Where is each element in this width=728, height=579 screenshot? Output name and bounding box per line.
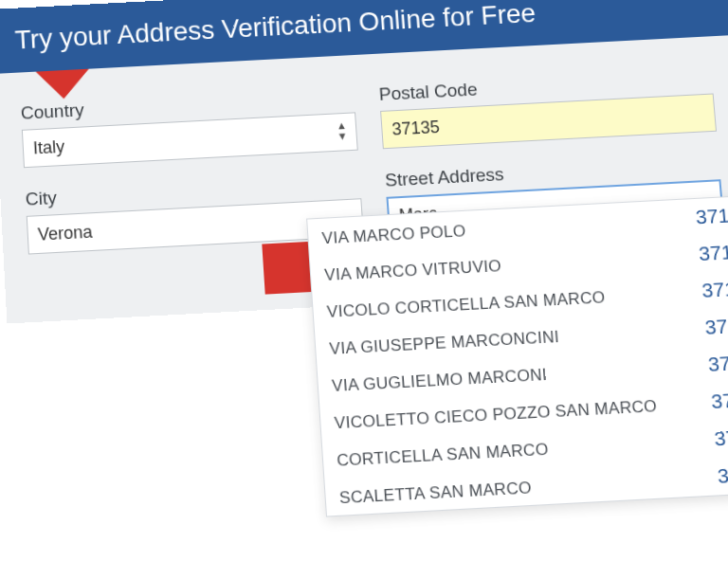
autocomplete-street: VIA MARCO VITRUVIO — [324, 257, 502, 285]
autocomplete-code: 37133 — [704, 313, 728, 339]
autocomplete-code: 37138 — [695, 203, 728, 228]
autocomplete-code: 37121 — [717, 461, 728, 488]
autocomplete-street: CORTICELLA SAN MARCO — [337, 440, 550, 471]
autocomplete-dropdown: VIA MARCO POLO37138VIA MARCO VITRUVIO371… — [306, 194, 728, 516]
autocomplete-street: VIA GIUSEPPE MARCONCINI — [329, 328, 560, 359]
autocomplete-code: 37138 — [698, 240, 728, 266]
autocomplete-street: SCALETTA SAN MARCO — [338, 479, 532, 509]
autocomplete-street: VIA GUGLIELMO MARCONI — [331, 365, 547, 396]
autocomplete-code: 37121 — [714, 425, 728, 451]
autocomplete-code: 37121 — [701, 276, 728, 302]
autocomplete-code: 37122 — [707, 350, 728, 376]
autocomplete-code: 37121 — [710, 387, 728, 413]
header-chevron-icon — [36, 69, 91, 100]
autocomplete-street: VIA MARCO POLO — [321, 222, 466, 248]
